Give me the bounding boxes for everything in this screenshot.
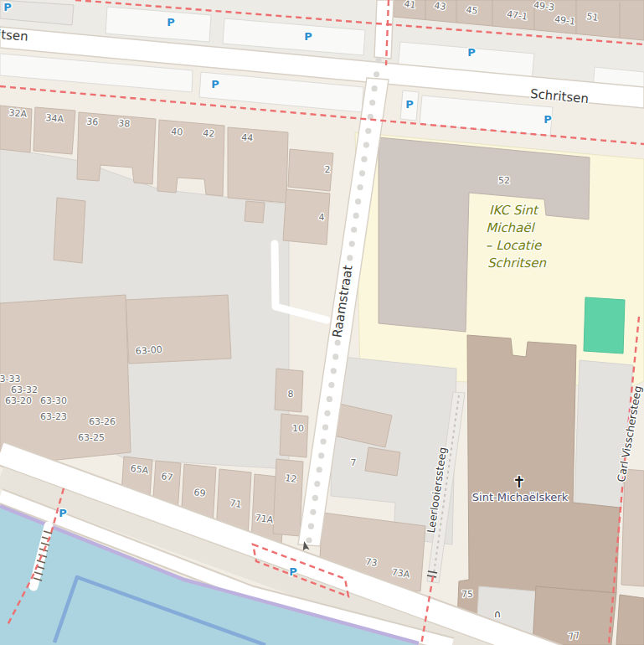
parking-icon: P (59, 507, 67, 519)
house-number: 52 (498, 175, 510, 186)
school-name-line1: IKC Sint (489, 203, 539, 218)
street-dot (359, 170, 365, 176)
street-dot (375, 57, 381, 63)
street-dot (369, 100, 375, 106)
street-dot (322, 425, 328, 431)
street-dot (357, 184, 363, 190)
street-dot (328, 382, 334, 388)
house-number: 7 (351, 457, 357, 468)
shrine-icon: ∩ (494, 608, 502, 620)
street-dot (349, 240, 355, 246)
street-dot (374, 71, 379, 77)
parking-icon: P (544, 113, 552, 126)
street-dot (320, 438, 326, 444)
street-dot (324, 410, 330, 416)
parking-icon: P (405, 98, 414, 111)
street-dot (310, 509, 316, 515)
house-number: 2 (325, 164, 331, 175)
school-name-line4: Schritsen (487, 255, 547, 271)
street-dot (355, 199, 361, 204)
house-number: 75 (461, 589, 473, 600)
street-dot (331, 368, 337, 374)
street-dot (365, 128, 371, 134)
house-number: 43 (434, 0, 447, 13)
house-number: 63-30 (40, 395, 67, 406)
house-number: 40 (171, 126, 183, 137)
house-number: 73 (365, 556, 379, 569)
street-dot (363, 142, 369, 148)
house-number: 45 (466, 4, 479, 17)
house-number: 51 (586, 11, 600, 23)
house-number: 36 (86, 116, 99, 127)
street-dot (351, 227, 357, 233)
street-dot (353, 213, 359, 219)
house-number: 63-20 (5, 395, 32, 406)
map-canvas[interactable]: itsen Schritsen Raamstraat Leerlooiersst… (0, 0, 644, 645)
building-east-corner (616, 595, 644, 645)
house-number: 44 (241, 132, 254, 143)
house-number: 63-26 (89, 416, 116, 427)
house-number: 32A (8, 107, 28, 120)
house-number: 67 (161, 471, 174, 483)
street-dot (318, 452, 324, 458)
house-number: 3-33 (0, 374, 20, 384)
house-number: 63-25 (78, 432, 105, 443)
street-dot (332, 353, 338, 359)
school-name-line2: Michaël (486, 220, 535, 235)
house-number: 4 (319, 212, 325, 223)
parking-icon: P (167, 16, 175, 28)
house-number: 10 (292, 423, 304, 434)
street-dot (361, 156, 367, 162)
house-number: 42 (203, 127, 215, 139)
road-raamstraat-stub[interactable] (374, 0, 394, 59)
house-number: 63-32 (11, 384, 38, 395)
street-dot (317, 467, 322, 472)
map-viewport[interactable]: itsen Schritsen Raamstraat Leerlooiersst… (0, 0, 644, 645)
sports-pitch (584, 297, 625, 353)
house-number: 8 (288, 389, 294, 400)
house-number: 12 (285, 472, 298, 485)
street-dot (306, 537, 312, 543)
street-dot (327, 396, 332, 402)
school-name-line3: – Locatie (486, 238, 543, 253)
street-dot (312, 495, 318, 501)
house-number: 77 (568, 630, 581, 642)
street-dot (308, 524, 314, 529)
house-number: 41 (404, 0, 417, 11)
house-number: 69 (193, 487, 207, 499)
church-cross-icon: ✝ (513, 472, 526, 491)
street-label-schritsen-partial: itsen (0, 27, 28, 44)
house-number: 63-23 (40, 411, 67, 422)
street-dot (314, 481, 320, 487)
house-number: 71 (229, 498, 243, 510)
street-dot (372, 85, 378, 91)
parking-icon: P (211, 78, 219, 90)
street-dot (347, 255, 353, 261)
house-number: 38 (118, 117, 131, 129)
street-dot (335, 339, 341, 345)
parking-icon: P (289, 565, 297, 578)
parking-icon: P (467, 46, 476, 59)
church-name-label: Sint-Michaëlskerk (472, 491, 569, 503)
house-number: 63-00 (135, 344, 162, 357)
house-number: 34A (45, 112, 64, 125)
parking-icon: P (304, 30, 312, 43)
parking-icon: P (3, 1, 12, 13)
